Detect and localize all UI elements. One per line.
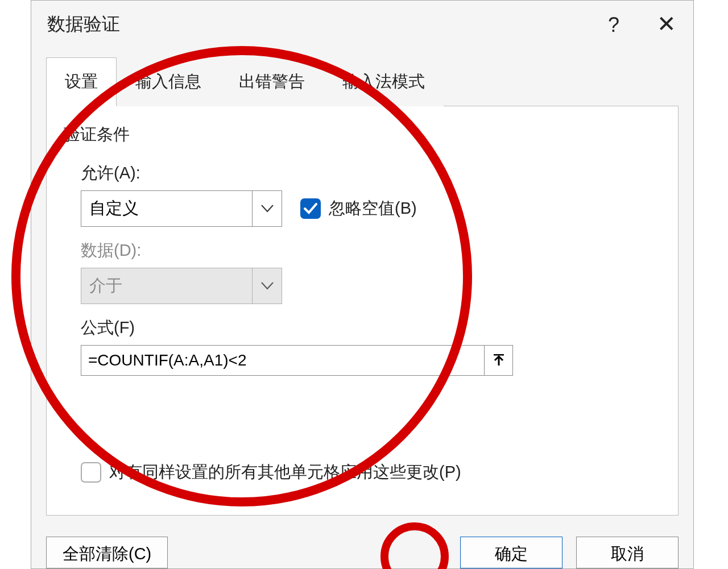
ignore-blank-label: 忽略空值(B) (329, 197, 417, 220)
clear-all-button[interactable]: 全部清除(C) (46, 537, 168, 568)
data-label: 数据(D): (81, 239, 661, 262)
data-validation-dialog: 数据验证 ? ✕ 设置 输入信息 出错警告 输入法模式 验证条件 允许(A): … (31, 0, 694, 569)
data-select: 介于 (81, 268, 282, 304)
help-icon[interactable]: ? (608, 13, 619, 37)
tab-ime-mode[interactable]: 输入法模式 (324, 57, 444, 106)
allow-select-value: 自定义 (89, 197, 139, 220)
ignore-blank-checkbox[interactable]: 忽略空值(B) (300, 197, 417, 220)
field-group: 允许(A): 自定义 忽略空值(B) 数据(D (81, 162, 661, 484)
formula-input-wrap (81, 345, 513, 376)
validation-criteria-label: 验证条件 (64, 123, 661, 146)
formula-label: 公式(F) (81, 317, 661, 339)
close-icon[interactable]: ✕ (657, 11, 676, 37)
formula-input[interactable] (81, 346, 484, 375)
allow-label: 允许(A): (81, 162, 661, 185)
tab-panel-settings: 验证条件 允许(A): 自定义 忽略空值(B) (46, 106, 679, 516)
chevron-down-icon (252, 268, 282, 304)
dialog-footer: 全部清除(C) 确定 取消 (46, 529, 679, 568)
checkbox-checked-icon (300, 198, 321, 219)
tab-input-message[interactable]: 输入信息 (117, 57, 220, 106)
ok-button[interactable]: 确定 (460, 537, 562, 568)
data-select-value: 介于 (89, 275, 122, 297)
cancel-button[interactable]: 取消 (576, 537, 679, 568)
chevron-down-icon (252, 191, 282, 226)
tab-error-alert[interactable]: 出错警告 (220, 57, 324, 106)
apply-all-checkbox[interactable]: 对有同样设置的所有其他单元格应用这些更改(P) (81, 461, 661, 484)
checkbox-unchecked-icon (81, 462, 101, 483)
tab-bar: 设置 输入信息 出错警告 输入法模式 (46, 57, 679, 106)
tab-settings[interactable]: 设置 (46, 57, 117, 106)
dialog-content: 设置 输入信息 出错警告 输入法模式 验证条件 允许(A): 自定义 (31, 57, 693, 516)
dialog-title: 数据验证 (47, 12, 120, 37)
titlebar: 数据验证 ? ✕ (31, 1, 693, 51)
apply-all-label: 对有同样设置的所有其他单元格应用这些更改(P) (109, 461, 461, 484)
allow-select[interactable]: 自定义 (81, 190, 282, 227)
collapse-dialog-icon[interactable] (484, 346, 512, 375)
